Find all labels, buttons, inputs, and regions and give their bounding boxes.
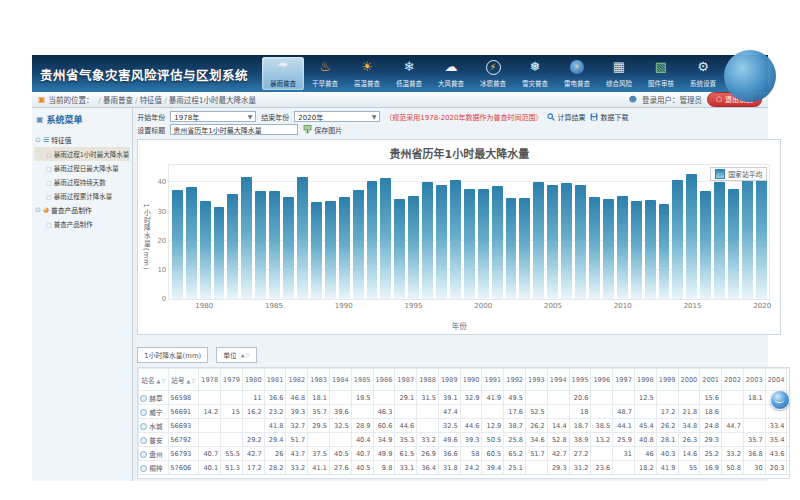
col-header-station-name[interactable]: 站名 ▲▽ bbox=[139, 369, 169, 391]
unit-filter[interactable]: 单位 ▲▽ bbox=[216, 347, 257, 363]
toolbar-item-lightning[interactable]: ⚡雷电普查 bbox=[556, 57, 598, 90]
col-header-year[interactable]: 1994 bbox=[547, 369, 569, 391]
col-header-year[interactable]: 1990 bbox=[460, 369, 482, 391]
toolbar-item-drought[interactable]: ♨干旱普查 bbox=[304, 57, 346, 90]
toolbar-item-map-audit[interactable]: ▧图件审核 bbox=[640, 57, 682, 90]
chart-title: 贵州省历年1小时最大降水量 bbox=[138, 145, 780, 161]
chart-bar bbox=[394, 199, 405, 299]
save-image-button[interactable]: 保存图片 bbox=[303, 125, 342, 135]
col-header-year[interactable]: 1991 bbox=[482, 369, 504, 391]
chart-bar bbox=[464, 189, 475, 299]
value-cell bbox=[547, 405, 569, 419]
toolbar-item-hail[interactable]: ⚡冰雹普查 bbox=[472, 57, 514, 90]
col-header-station-id[interactable]: 站号 ▲▽ bbox=[169, 369, 199, 391]
y-tick-label: 20 bbox=[148, 237, 166, 245]
row-marker-icon bbox=[140, 423, 147, 430]
sidebar-item[interactable]: ▢暴雨过程1小时最大降水量 bbox=[34, 147, 130, 161]
col-header-year[interactable]: 2000 bbox=[678, 369, 700, 391]
col-header-year[interactable]: 1996 bbox=[591, 369, 613, 391]
toolbar-item-high-temp[interactable]: ☀高温普查 bbox=[346, 57, 388, 90]
value-cell: 35.7 bbox=[743, 433, 765, 447]
sidebar-item[interactable]: ▢暴雨过程持续天数 bbox=[34, 175, 130, 189]
col-header-year[interactable]: 2003 bbox=[743, 369, 765, 391]
breadcrumb-link[interactable]: 暴雨过程1小时最大降水量 bbox=[169, 96, 256, 105]
col-header-year[interactable]: 1988 bbox=[417, 369, 439, 391]
col-header-year[interactable]: 1992 bbox=[504, 369, 526, 391]
calc-result-button[interactable]: 计算结果 bbox=[547, 112, 585, 122]
breadcrumb-link[interactable]: 特征值 bbox=[140, 96, 163, 105]
value-cell bbox=[591, 447, 613, 461]
value-cell: 38.7 bbox=[504, 419, 526, 433]
col-header-year[interactable]: 1999 bbox=[656, 369, 678, 391]
col-header-year[interactable]: 1997 bbox=[613, 369, 635, 391]
col-header-year[interactable]: 1987 bbox=[395, 369, 417, 391]
toolbar-item-wind[interactable]: ☁大风普查 bbox=[430, 57, 472, 90]
value-cell: 60.6 bbox=[373, 419, 395, 433]
col-header-year[interactable]: 1984 bbox=[330, 369, 352, 391]
expand-icon[interactable]: ⊙ bbox=[35, 206, 41, 214]
value-cell: 42.7 bbox=[242, 447, 264, 461]
breadcrumb-bar: ▣ 当前的位置： /暴雨普查/特征值/暴雨过程1小时最大降水量 ☻ 登录用户：管… bbox=[32, 92, 768, 108]
value-cell: 36.8 bbox=[743, 447, 765, 461]
col-header-year[interactable]: 2005 bbox=[787, 369, 790, 391]
value-cell: 34.8 bbox=[678, 419, 700, 433]
sidebar-item[interactable]: ▢暴雨过程累计降水量 bbox=[34, 189, 130, 203]
col-header-year[interactable]: 1995 bbox=[569, 369, 591, 391]
breadcrumb-link[interactable]: 暴雨普查 bbox=[103, 96, 133, 105]
toolbar-item-rainstorm[interactable]: ☂暴雨普查 bbox=[262, 57, 304, 90]
chart-bar bbox=[742, 168, 753, 299]
station-name: 普安 bbox=[149, 437, 162, 445]
col-header-year[interactable]: 2002 bbox=[722, 369, 744, 391]
data-table-container[interactable]: 站名 ▲▽站号 ▲▽197819791980198119821983198419… bbox=[137, 367, 790, 479]
station-name-cell: 桐梓 bbox=[139, 461, 169, 475]
value-cell: 32.9 bbox=[460, 391, 482, 405]
col-header-year[interactable]: 1981 bbox=[264, 369, 286, 391]
chart-bars bbox=[170, 165, 768, 299]
col-header-year[interactable]: 2001 bbox=[700, 369, 722, 391]
value-type-filter[interactable]: 1小时降水量(mm) bbox=[137, 347, 208, 363]
sidebar-title: ▣ 系统菜单 bbox=[34, 111, 130, 133]
value-cell: 39.3 bbox=[460, 433, 482, 447]
toolbar-item-snow[interactable]: ❅雪灾普查 bbox=[514, 57, 556, 90]
col-header-year[interactable]: 1978 bbox=[199, 369, 221, 391]
col-header-year[interactable]: 1989 bbox=[438, 369, 460, 391]
chart-title-input[interactable] bbox=[170, 124, 298, 135]
col-header-year[interactable]: 2004 bbox=[765, 369, 787, 391]
col-header-year[interactable]: 1983 bbox=[308, 369, 330, 391]
col-header-year[interactable]: 1993 bbox=[526, 369, 548, 391]
y-tick-label: 10 bbox=[148, 266, 166, 274]
value-cell: 37.5 bbox=[308, 447, 330, 461]
col-header-year[interactable]: 1982 bbox=[286, 369, 308, 391]
float-widget[interactable] bbox=[770, 390, 790, 410]
value-cell bbox=[526, 461, 548, 475]
end-year-select[interactable]: 2020年 ▼ bbox=[294, 111, 380, 122]
station-name: 水城 bbox=[149, 423, 162, 431]
chart-bar bbox=[603, 199, 614, 299]
value-cell: 40.7 bbox=[199, 447, 221, 461]
col-header-year[interactable]: 1986 bbox=[373, 369, 395, 391]
x-tick-label: 2000 bbox=[474, 302, 492, 310]
expand-icon[interactable]: ⊙ bbox=[35, 136, 41, 144]
value-cell: 18 bbox=[569, 405, 591, 419]
chart-bar bbox=[756, 171, 767, 299]
value-cell: 21.2 bbox=[787, 419, 790, 433]
value-cell: 33.1 bbox=[395, 461, 417, 475]
col-header-year[interactable]: 1980 bbox=[242, 369, 264, 391]
start-year-select[interactable]: 1978年 ▼ bbox=[170, 111, 256, 122]
sidebar-item[interactable]: ▢暴雨过程日最大降水量 bbox=[34, 161, 130, 175]
sidebar-item[interactable]: ▢普查产品制作 bbox=[34, 217, 130, 231]
toolbar-item-risk[interactable]: ▦综合风险 bbox=[598, 57, 640, 90]
data-download-button[interactable]: 数据下载 bbox=[590, 112, 628, 122]
chart-legend: 国家站平均 bbox=[710, 167, 767, 181]
sidebar-group-2[interactable]: ⊙◕普查产品制作 bbox=[34, 203, 130, 217]
sidebar-group-1[interactable]: ⊙☰特征值 bbox=[34, 133, 130, 147]
chart-bar bbox=[672, 180, 683, 299]
toolbar-item-settings[interactable]: ⚙系统设置 bbox=[682, 57, 724, 90]
col-header-year[interactable]: 1998 bbox=[634, 369, 656, 391]
toolbar-item-low-temp[interactable]: ❄低温普查 bbox=[388, 57, 430, 90]
breadcrumb-separator: / bbox=[135, 96, 138, 105]
chart-x-axis-label: 年份 bbox=[138, 320, 780, 331]
col-header-year[interactable]: 1979 bbox=[221, 369, 243, 391]
chart-bar bbox=[297, 177, 308, 299]
col-header-year[interactable]: 1985 bbox=[351, 369, 373, 391]
